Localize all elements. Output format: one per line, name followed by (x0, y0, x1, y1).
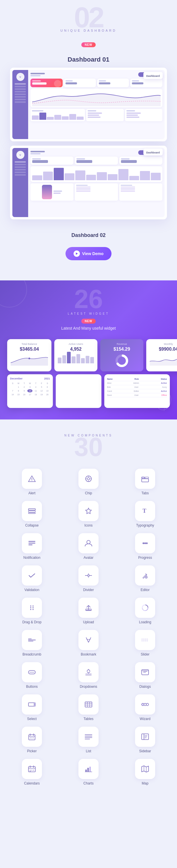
buttons-icon (27, 668, 36, 677)
editor-icon (141, 571, 150, 580)
svg-point-8 (69, 399, 70, 400)
svg-point-32 (146, 542, 148, 544)
calendar-year: 2021 (44, 377, 50, 380)
cal-date: 20 (45, 393, 50, 396)
comp-label-tables: Tables (83, 717, 94, 721)
drag-drop-icon-box (22, 598, 42, 618)
widget-subtitle: LATEST WIDGET (6, 312, 171, 315)
tables-icon-box (78, 694, 99, 715)
calendars-icon (27, 764, 36, 774)
card-value: 4,952 (58, 347, 94, 352)
comp-label-wizard: Wizard (140, 717, 150, 721)
comp-item-dragdrop: Drag & Drop (6, 598, 58, 624)
comp-label-sidebar: Sidebar (139, 749, 151, 753)
widget-section: 26 LATEST WIDGET NEW Latest And Many use… (0, 280, 177, 420)
select-icon-box (22, 694, 42, 715)
divider-icon (84, 571, 93, 580)
hero-new-badge: NEW (81, 42, 96, 47)
cell-role: User (135, 394, 139, 396)
dashboard1-card: V (10, 68, 167, 142)
bookmark-icon (84, 636, 93, 645)
dashboard1-title: Dashboard 01 (6, 56, 171, 63)
widget-card-monthly: Monthly $9900.04 (146, 339, 177, 371)
picker-icon (27, 732, 36, 741)
widget-big-number: 26 (74, 286, 103, 312)
cal-date: 7 (10, 389, 15, 393)
breadcrumb-icon (27, 636, 36, 645)
cell-name: Dave (107, 394, 112, 396)
svg-point-74 (30, 738, 31, 739)
svg-rect-23 (29, 511, 35, 512)
svg-point-9 (80, 384, 82, 386)
avatar-icon (84, 539, 93, 548)
widget-card-users: Active Users 4,952 (54, 339, 97, 371)
comp-item-avatar: Avatar (62, 533, 115, 560)
divider-icon-box (78, 565, 99, 586)
alert-icon-box (22, 469, 42, 489)
comp-item-divider: Divider (62, 565, 115, 592)
map-icon-box (135, 759, 155, 779)
cal-date-active[interactable]: 10 (27, 389, 32, 393)
dashboard2-card: Dashboard V (10, 146, 167, 219)
svg-point-12 (32, 480, 32, 481)
comp-label-validation: Validation (25, 588, 39, 592)
tabs-icon (141, 474, 150, 484)
svg-point-39 (30, 607, 31, 608)
svg-point-31 (144, 542, 146, 544)
view-demo-label: View Demo (82, 251, 103, 256)
editor-icon-box (135, 565, 155, 586)
cell-name: Alice (107, 382, 111, 384)
cal-day-label: F (39, 382, 44, 385)
cal-date: 4 (33, 385, 38, 389)
view-demo-button[interactable]: View Demo (66, 247, 111, 260)
widget-cards-row2: December 2021 S M T W T F S 1 2 3 4 5 6 … (6, 374, 171, 408)
comp-item-collapse: Collapse (6, 501, 58, 527)
comp-item-sidebar: Sidebar (119, 726, 171, 753)
comp-item-list: List (62, 726, 115, 753)
cal-date: 14 (10, 393, 15, 396)
cal-day-label: S (45, 382, 50, 385)
svg-point-92 (33, 770, 34, 771)
svg-rect-19 (142, 477, 145, 478)
calendar-month: December (10, 377, 23, 380)
upload-icon (84, 603, 93, 612)
comp-item-calendars: Calendars (6, 759, 58, 785)
comp-item-map: Map (119, 759, 171, 785)
svg-point-65 (142, 703, 144, 706)
svg-rect-60 (85, 702, 92, 707)
svg-point-7 (89, 397, 91, 399)
cal-date (10, 385, 15, 389)
calendar-grid: S M T W T F S 1 2 3 4 5 6 7 8 9 10 11 12 (10, 382, 50, 396)
comp-item-slider: Slider (119, 630, 171, 656)
svg-rect-94 (85, 770, 87, 772)
select-icon (27, 700, 36, 709)
slider-icon (141, 636, 150, 645)
svg-rect-21 (142, 479, 148, 482)
comp-label-editor: Editor (141, 588, 149, 592)
scatter-title: Data Points (59, 377, 99, 380)
widget-card-balance: Total Balance $3465.04 (7, 339, 51, 371)
sidebar-icon-box (135, 726, 155, 747)
cell-status: Away (162, 386, 167, 388)
cell-role: Editor (134, 390, 139, 392)
comp-label-select: Select (27, 717, 36, 721)
dialogs-icon (141, 668, 150, 677)
cal-day-label: T (22, 382, 27, 385)
loading-icon (141, 603, 150, 612)
progress-icon-box (135, 533, 155, 553)
card-chart (58, 352, 94, 363)
charts-icon-box (78, 759, 99, 779)
cal-date: 13 (45, 389, 50, 393)
comp-item-dialogs: Dialogs (119, 662, 171, 689)
comp-item-picker: Picker (6, 726, 58, 753)
breadcrumb-icon-box (22, 630, 42, 650)
widget-cards-row1: Total Balance $3465.04 Active Users 4,95… (6, 339, 171, 371)
cell-role: User (134, 386, 139, 388)
comp-label-loading: Loading (139, 620, 151, 624)
svg-point-14 (87, 477, 90, 480)
view-demo-wrapper: View Demo (6, 244, 171, 272)
calendar-header: December 2021 (10, 377, 50, 380)
progress-icon (141, 539, 150, 548)
comp-item-select: Select (6, 694, 58, 721)
card-title: Total Balance (11, 343, 48, 345)
